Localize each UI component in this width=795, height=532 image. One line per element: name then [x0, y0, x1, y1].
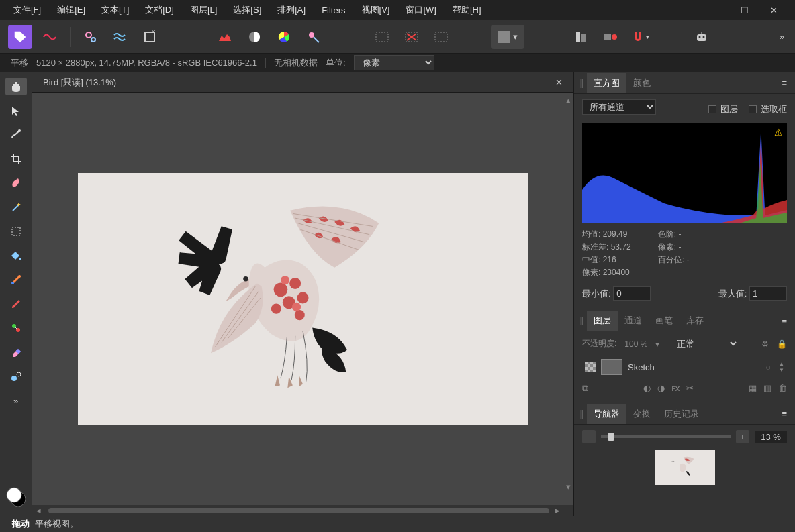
menu-arrange[interactable]: 排列[A]	[269, 0, 314, 20]
menu-text[interactable]: 文本[T]	[93, 0, 137, 20]
gears-icon[interactable]	[79, 25, 103, 49]
levels-icon[interactable]	[213, 25, 237, 49]
warning-icon: ⚠	[774, 127, 783, 138]
flood-fill-tool[interactable]	[5, 247, 27, 264]
color-wheel-icon[interactable]	[272, 25, 296, 49]
adjustment-icon[interactable]: ◑	[657, 383, 665, 394]
fx-icon[interactable]: ꜰx	[671, 383, 680, 394]
waves-icon[interactable]	[108, 25, 132, 49]
crop-tool[interactable]	[5, 150, 27, 168]
tab-histogram[interactable]: 直方图	[587, 73, 626, 93]
gradient-tool[interactable]	[5, 271, 27, 288]
layer-name[interactable]: Sketch	[628, 362, 655, 372]
tab-channels[interactable]: 通道	[618, 311, 649, 331]
opacity-value[interactable]: 100 %	[624, 339, 647, 349]
tab-navigator[interactable]: 导航器	[587, 404, 626, 424]
more-tools-icon[interactable]: »	[5, 392, 27, 409]
minimize-icon[interactable]: —	[705, 3, 724, 18]
close-icon[interactable]: ✕	[765, 3, 783, 18]
crop-layer-icon[interactable]: ✂	[686, 383, 694, 394]
menu-help[interactable]: 帮助[H]	[445, 0, 489, 20]
flood-select-tool[interactable]	[5, 174, 27, 192]
layer-row[interactable]: Sketch ○ ▲▼	[582, 356, 787, 378]
menu-select[interactable]: 选择[S]	[225, 0, 269, 20]
panel-menu-icon[interactable]: ≡	[779, 313, 790, 328]
quickmask-icon[interactable]	[370, 25, 394, 49]
tab-close-icon[interactable]: ✕	[555, 77, 563, 87]
selection-brush-tool[interactable]	[5, 126, 27, 144]
menu-window[interactable]: 窗口[W]	[398, 0, 445, 20]
mask-icon[interactable]: ◐	[643, 383, 651, 394]
clone-tool[interactable]	[5, 368, 27, 385]
record-icon[interactable]	[598, 25, 622, 49]
gear-icon[interactable]: ⚙	[761, 339, 769, 349]
reselect-icon[interactable]	[429, 25, 453, 49]
menu-layer[interactable]: 图层[L]	[182, 0, 225, 20]
delete-layer-icon[interactable]: 🗑	[778, 383, 787, 394]
menu-edit[interactable]: 编辑[E]	[49, 0, 93, 20]
brush-adjust-icon[interactable]	[301, 25, 326, 49]
zoom-out-button[interactable]: −	[582, 430, 596, 443]
layer-down-icon[interactable]: ▼	[779, 367, 784, 373]
svg-point-21	[18, 275, 21, 278]
layer-group-icon[interactable]: ⧉	[582, 383, 588, 394]
assistant-icon[interactable]	[690, 25, 714, 49]
persona-photo-icon[interactable]	[8, 25, 32, 49]
erase-tool[interactable]	[5, 343, 27, 361]
tab-history[interactable]: 历史记录	[657, 404, 706, 424]
tab-color[interactable]: 颜色	[626, 73, 657, 93]
tab-transform[interactable]: 变换	[626, 404, 657, 424]
no-selection-icon[interactable]	[400, 25, 424, 49]
add-layer-icon[interactable]: ▦	[749, 383, 757, 394]
navigator-thumbnail[interactable]	[655, 450, 715, 485]
persona-liquify-icon[interactable]	[38, 25, 62, 49]
zoom-in-button[interactable]: +	[736, 430, 749, 443]
selection-checkbox[interactable]	[749, 105, 757, 113]
layer-up-icon[interactable]: ▲	[779, 361, 784, 367]
color-selector[interactable]	[5, 486, 28, 511]
svg-point-33	[297, 292, 309, 303]
tab-brushes[interactable]: 画笔	[649, 311, 680, 331]
menu-document[interactable]: 文档[D]	[137, 0, 182, 20]
snapping-icon[interactable]: ▾	[628, 25, 652, 49]
blend-mode-select[interactable]: 正常	[671, 337, 739, 351]
paint-brush-tool[interactable]	[5, 295, 27, 313]
lock-icon[interactable]: 🔒	[777, 339, 787, 349]
chevron-right-icon[interactable]: »	[777, 29, 787, 44]
zoom-slider[interactable]	[601, 435, 731, 438]
marquee-tool[interactable]	[5, 223, 27, 240]
merge-icon[interactable]: ▥	[763, 383, 771, 394]
tab-stock[interactable]: 库存	[680, 311, 710, 331]
maximize-icon[interactable]: ☐	[735, 3, 754, 18]
unit-select[interactable]: 像素	[354, 55, 434, 70]
layer-checkbox[interactable]	[708, 105, 716, 113]
view-tool[interactable]	[5, 78, 27, 95]
contrast-icon[interactable]	[242, 25, 267, 49]
menu-filters[interactable]: Filters	[314, 1, 353, 19]
menu-view[interactable]: 视图[V]	[354, 0, 398, 20]
zoom-value[interactable]: 13 %	[755, 431, 787, 443]
canvas-viewport[interactable]: ▴	[32, 93, 573, 505]
scroll-down-icon[interactable]: ▾	[566, 482, 571, 492]
move-tool[interactable]	[5, 102, 27, 119]
panel-menu-icon[interactable]: ≡	[779, 406, 790, 421]
tab-layers[interactable]: 图层	[587, 311, 618, 331]
svg-point-15	[703, 36, 705, 38]
align-icon[interactable]	[569, 25, 593, 49]
resize-doc-icon[interactable]	[138, 25, 162, 49]
horizontal-scrollbar[interactable]: ◂ ▸	[32, 505, 573, 516]
layer-visibility-icon[interactable]	[585, 362, 596, 372]
menu-file[interactable]: 文件[F]	[5, 0, 49, 20]
svg-point-1	[91, 38, 95, 42]
channel-select[interactable]: 所有通道	[582, 99, 656, 115]
svg-rect-18	[12, 227, 20, 235]
min-input[interactable]	[613, 286, 651, 301]
magic-wand-tool[interactable]	[5, 199, 27, 216]
document-tab-title[interactable]: Bird [只读] (13.1%)	[43, 76, 116, 89]
scroll-up-icon[interactable]: ▴	[566, 95, 571, 105]
max-input[interactable]	[749, 286, 787, 301]
color-replace-tool[interactable]	[5, 319, 27, 337]
toolbar: ▾ ▾ »	[0, 20, 795, 54]
panel-menu-icon[interactable]: ≡	[779, 75, 790, 91]
color-swatch-dropdown[interactable]: ▾	[491, 25, 524, 49]
